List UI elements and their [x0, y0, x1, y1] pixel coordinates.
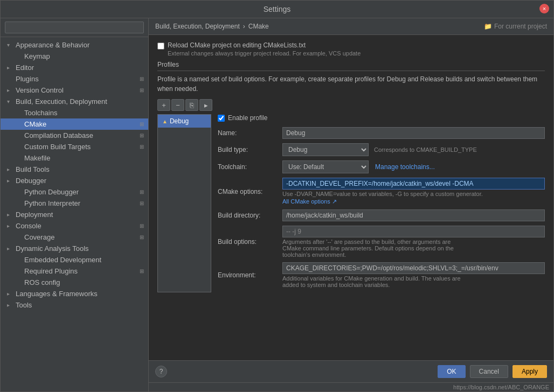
profiles-area: ▲ Debug Enable profile Name:	[157, 114, 545, 292]
arrow-icon: ▾	[7, 42, 13, 48]
manage-toolchains-link[interactable]: Manage toolchains...	[375, 163, 435, 171]
cmake-options-label: CMake options:	[218, 188, 282, 195]
sidebar-item-label: Toolchains	[24, 109, 57, 117]
toolchain-row: Toolchain: Use: Default Manage toolchain…	[218, 160, 545, 173]
sidebar-item-label: Debugger	[16, 177, 46, 185]
sidebar-item-label: Python Debugger	[24, 188, 79, 196]
sidebar-item-python-interpreter[interactable]: Python Interpreter ⊞	[1, 198, 148, 209]
reload-label: Reload CMake project on editing CMakeLis…	[168, 41, 361, 49]
help-button[interactable]: ?	[155, 366, 167, 377]
environment-row: Environment: Additional variables for CM…	[218, 262, 545, 288]
sidebar-item-label: Plugins	[16, 75, 39, 83]
status-bar: https://blog.csdn.net/ABC_ORANGE	[149, 382, 553, 391]
sidebar-item-debugger[interactable]: ▸ Debugger	[1, 175, 148, 186]
external-icon: ⊞	[140, 223, 144, 229]
build-type-wrapper: Debug Release RelWithDebInfo MinSizeRel …	[282, 143, 545, 156]
build-options-control: Arguments after '--' are passed to the b…	[282, 226, 545, 258]
sidebar-item-ros-config[interactable]: ROS config	[1, 277, 148, 288]
copy-profile-button[interactable]: ⎘	[185, 99, 198, 111]
arrow-icon: ▸	[7, 178, 13, 184]
sidebar-item-label: Build Tools	[16, 165, 50, 173]
environment-control: Additional variables for CMake generatio…	[282, 262, 545, 288]
sidebar-item-makefile[interactable]: Makefile	[1, 152, 148, 164]
sidebar: ▾ Appearance & Behavior Keymap ▸ Editor …	[1, 18, 149, 391]
reload-text-block: Reload CMake project on editing CMakeLis…	[168, 41, 361, 57]
sidebar-item-build-tools[interactable]: ▸ Build Tools	[1, 164, 148, 175]
sidebar-item-compilation-db[interactable]: Compilation Database ⊞	[1, 130, 148, 141]
profile-list: ▲ Debug	[157, 114, 211, 292]
build-dir-control	[282, 209, 545, 221]
build-dir-input[interactable]	[282, 209, 545, 221]
sidebar-item-label: Embedded Development	[24, 256, 101, 264]
sidebar-item-appearance[interactable]: ▾ Appearance & Behavior	[1, 39, 148, 51]
cmake-options-row: CMake options: Use -DVAR_NAME=value to s…	[218, 178, 545, 205]
build-type-row: Build type: Debug Release RelWithDebInfo…	[218, 143, 545, 156]
sidebar-item-label: Languages & Frameworks	[16, 290, 98, 298]
build-options-label: Build options:	[218, 238, 282, 246]
arrow-icon: ▸	[7, 166, 13, 172]
sidebar-item-build-exec[interactable]: ▾ Build, Execution, Deployment	[1, 96, 148, 107]
external-icon: ⊞	[140, 234, 144, 240]
ok-button[interactable]: OK	[438, 365, 465, 378]
cmake-hint: Use -DVAR_NAME=value to set variables, -…	[282, 191, 545, 197]
sidebar-item-cmake[interactable]: CMake ⊞	[1, 118, 148, 130]
external-icon: ⊞	[140, 87, 144, 93]
sidebar-item-console[interactable]: ▸ Console ⊞	[1, 220, 148, 232]
arrow-icon: ▸	[7, 212, 13, 218]
toolchain-select[interactable]: Use: Default	[282, 160, 369, 173]
sidebar-item-plugins[interactable]: Plugins ⊞	[1, 73, 148, 85]
sidebar-item-version-control[interactable]: ▸ Version Control ⊞	[1, 85, 148, 96]
external-icon: ⊞	[140, 268, 144, 274]
profiles-section-title: Profiles	[157, 61, 545, 71]
reload-checkbox[interactable]	[157, 43, 164, 50]
arrow-icon: ▸	[7, 246, 13, 251]
sidebar-item-custom-build[interactable]: Custom Build Targets ⊞	[1, 141, 148, 152]
all-cmake-options-link[interactable]: All CMake options ↗	[282, 198, 337, 205]
build-options-row: Build options: Arguments after '--' are …	[218, 226, 545, 258]
name-input[interactable]	[282, 127, 545, 139]
remove-profile-button[interactable]: −	[171, 99, 184, 111]
sidebar-tree: ▾ Appearance & Behavior Keymap ▸ Editor …	[1, 37, 148, 391]
add-profile-button[interactable]: +	[157, 99, 170, 111]
profile-item-debug[interactable]: ▲ Debug	[158, 115, 211, 128]
arrow-icon: ▸	[7, 65, 13, 71]
sidebar-item-coverage[interactable]: Coverage ⊞	[1, 232, 148, 243]
external-icon: ⊞	[140, 200, 144, 206]
name-label: Name:	[218, 129, 282, 137]
bottom-bar: ? OK Cancel Apply	[149, 360, 553, 382]
sidebar-item-dynamic-analysis[interactable]: ▸ Dynamic Analysis Tools	[1, 243, 148, 254]
sidebar-item-required-plugins[interactable]: Required Plugins ⊞	[1, 265, 148, 277]
sidebar-item-deployment[interactable]: ▸ Deployment	[1, 209, 148, 220]
build-options-input[interactable]	[282, 226, 545, 237]
search-input[interactable]	[5, 22, 144, 33]
cancel-button[interactable]: Cancel	[470, 365, 508, 378]
project-icon: 📁	[484, 23, 492, 30]
more-profile-button[interactable]: ▸	[199, 99, 212, 111]
enable-profile-checkbox[interactable]	[218, 115, 225, 122]
arrow-icon: ▸	[7, 223, 13, 229]
arrow-icon: ▸	[7, 291, 13, 297]
build-type-select[interactable]: Debug Release RelWithDebInfo MinSizeRel	[282, 143, 369, 156]
sidebar-item-toolchains[interactable]: Toolchains	[1, 107, 148, 118]
sidebar-item-label: Python Interpreter	[24, 199, 80, 207]
external-icon: ⊞	[140, 132, 144, 138]
sidebar-item-label: Keymap	[24, 52, 50, 60]
sidebar-item-editor[interactable]: ▸ Editor	[1, 62, 148, 73]
build-dir-row: Build directory:	[218, 209, 545, 221]
form-area: Enable profile Name: Build type:	[211, 114, 545, 292]
sidebar-item-tools[interactable]: ▸ Tools	[1, 299, 148, 311]
sidebar-item-embedded-dev[interactable]: Embedded Development	[1, 254, 148, 265]
sidebar-item-label: Version Control	[16, 86, 64, 94]
toolchain-control: Use: Default Manage toolchains...	[282, 160, 545, 173]
main-content: ▾ Appearance & Behavior Keymap ▸ Editor …	[1, 18, 553, 391]
cmake-options-input[interactable]	[282, 178, 545, 190]
sidebar-item-label: Makefile	[24, 154, 50, 162]
apply-button[interactable]: Apply	[513, 365, 547, 378]
reload-sublabel: External changes always trigger project …	[168, 50, 361, 57]
environment-input[interactable]	[282, 262, 545, 274]
sidebar-item-keymap[interactable]: Keymap	[1, 51, 148, 62]
close-button[interactable]: ×	[539, 4, 549, 13]
build-dir-label: Build directory:	[218, 212, 282, 219]
sidebar-item-python-debugger[interactable]: Python Debugger ⊞	[1, 186, 148, 198]
sidebar-item-languages[interactable]: ▸ Languages & Frameworks	[1, 288, 148, 299]
